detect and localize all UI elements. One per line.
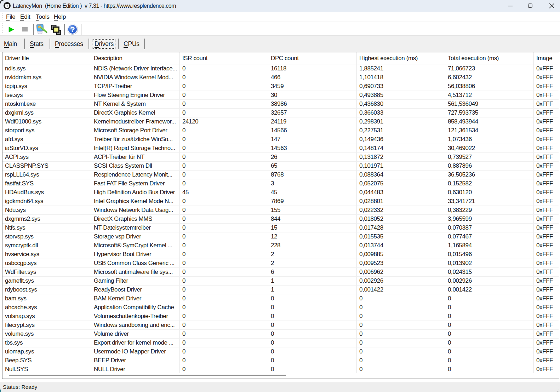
svg-text:?: ? <box>70 25 75 34</box>
